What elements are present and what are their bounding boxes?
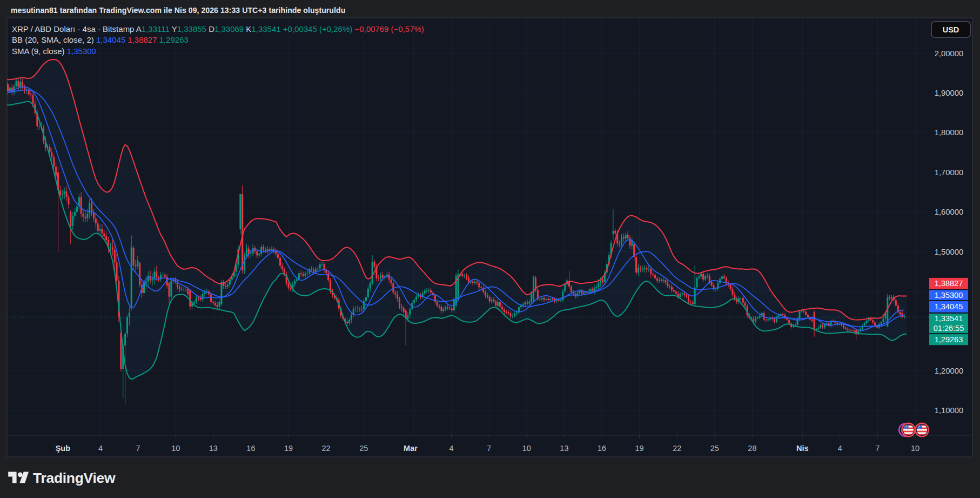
svg-text:2,00000: 2,00000: [935, 49, 964, 58]
svg-text:13: 13: [560, 444, 568, 453]
svg-text:10: 10: [522, 444, 531, 453]
svg-text:01:26:55: 01:26:55: [934, 324, 964, 333]
svg-text:1,90000: 1,90000: [935, 89, 964, 97]
svg-text:19: 19: [635, 444, 644, 453]
svg-text:BB (20, SMA, close, 2) 1,34045: BB (20, SMA, close, 2) 1,34045 1,38827 1…: [12, 35, 189, 44]
svg-text:16: 16: [598, 444, 606, 453]
svg-text:10: 10: [171, 444, 180, 453]
svg-text:1,29263: 1,29263: [935, 335, 963, 344]
svg-text:22: 22: [322, 444, 331, 453]
svg-text:1,80000: 1,80000: [935, 128, 964, 137]
svg-text:SMA (9, close) 1,35300: SMA (9, close) 1,35300: [12, 47, 96, 56]
svg-text:7: 7: [875, 444, 880, 453]
svg-text:TradingView: TradingView: [33, 470, 116, 486]
svg-text:1,35300: 1,35300: [935, 291, 963, 300]
svg-text:7: 7: [136, 444, 140, 453]
svg-text:4: 4: [98, 444, 103, 453]
svg-text:4: 4: [449, 444, 454, 453]
svg-text:1,70000: 1,70000: [935, 168, 964, 177]
svg-text:1,20000: 1,20000: [935, 367, 964, 375]
svg-text:1,34045: 1,34045: [935, 302, 963, 311]
svg-text:Şub: Şub: [56, 444, 71, 453]
svg-text:13: 13: [209, 444, 218, 453]
svg-text:7: 7: [487, 444, 491, 453]
svg-text:25: 25: [359, 444, 368, 453]
svg-text:1,38827: 1,38827: [935, 279, 963, 288]
svg-text:1,10000: 1,10000: [935, 406, 964, 415]
svg-text:25: 25: [710, 444, 719, 453]
svg-text:Mar: Mar: [404, 444, 418, 453]
svg-text:16: 16: [246, 444, 255, 453]
svg-text:1,33541: 1,33541: [935, 314, 963, 323]
svg-text:22: 22: [673, 444, 681, 453]
svg-text:USD: USD: [943, 25, 959, 34]
svg-text:28: 28: [748, 444, 756, 453]
svg-text:Nis: Nis: [796, 444, 809, 453]
svg-text:4: 4: [838, 444, 842, 453]
svg-text:XRP / ABD Doları · 4sa · Bitst: XRP / ABD Doları · 4sa · Bitstamp A1,331…: [12, 24, 424, 34]
svg-text:mesutinan81 tarafından Trading: mesutinan81 tarafından TradingView.com i…: [11, 6, 345, 15]
svg-text:1,60000: 1,60000: [935, 208, 964, 216]
svg-text:10: 10: [911, 444, 919, 453]
svg-text:19: 19: [284, 444, 293, 453]
svg-text:1,50000: 1,50000: [935, 248, 964, 256]
